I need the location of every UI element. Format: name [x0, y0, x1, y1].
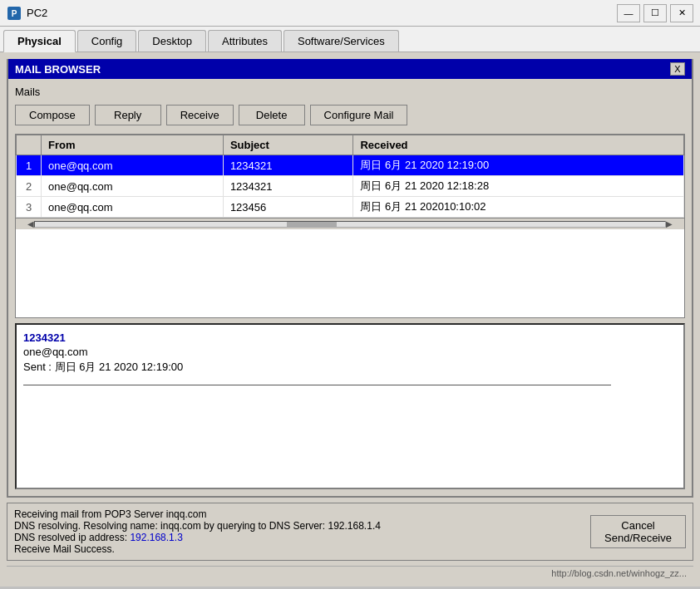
mail-table: From Subject Received 1one@qq.com1234321…	[16, 135, 684, 218]
mail-browser-body: Mails Compose Reply Receive Delete Confi…	[8, 79, 692, 496]
tab-bar: Physical Config Desktop Attributes Softw…	[0, 27, 700, 52]
delete-button[interactable]: Delete	[239, 105, 305, 125]
mail-browser-close-button[interactable]: X	[670, 62, 685, 76]
scroll-right-icon[interactable]: ▶	[666, 219, 673, 228]
restore-button[interactable]: ☐	[643, 4, 667, 22]
tab-physical[interactable]: Physical	[3, 30, 76, 52]
tab-config[interactable]: Config	[77, 30, 137, 52]
scroll-left-icon[interactable]: ◀	[27, 219, 34, 228]
preview-subject: 1234321	[23, 331, 677, 344]
app-icon: P	[7, 6, 22, 21]
status-line2: DNS resolving. Resolving name: inqq.com …	[14, 520, 381, 532]
mail-table-container[interactable]: From Subject Received 1one@qq.com1234321…	[15, 134, 685, 318]
status-bar: Receiving mail from POP3 Server inqq.com…	[7, 503, 693, 561]
cancel-btn-line2: Send/Receive	[604, 532, 672, 544]
row-received: 周日 6月 21 2020 12:19:00	[353, 155, 684, 176]
compose-button[interactable]: Compose	[15, 105, 90, 125]
title-bar-left: P PC2	[7, 6, 47, 21]
minimize-button[interactable]: —	[617, 4, 640, 22]
title-bar: P PC2 — ☐ ✕	[0, 0, 700, 27]
mails-label: Mails	[15, 86, 685, 98]
tab-desktop[interactable]: Desktop	[138, 30, 206, 52]
preview-divider	[23, 385, 611, 385]
status-line3: DNS resolved ip address: 192.168.1.3	[14, 532, 381, 543]
row-from: one@qq.com	[42, 176, 224, 197]
row-from: one@qq.com	[42, 197, 224, 218]
table-row[interactable]: 3one@qq.com123456周日 6月 21 202010:10:02	[17, 197, 684, 218]
status-line4: Receive Mail Success.	[14, 543, 381, 555]
mail-preview-panel: 1234321 one@qq.com Sent : 周日 6月 21 2020 …	[15, 323, 685, 489]
table-row[interactable]: 2one@qq.com1234321周日 6月 21 2020 12:18:28	[17, 176, 684, 197]
row-subject: 1234321	[223, 155, 353, 176]
cancel-send-receive-button[interactable]: Cancel Send/Receive	[590, 515, 686, 548]
table-row[interactable]: 1one@qq.com1234321周日 6月 21 2020 12:19:00	[17, 155, 684, 176]
bottom-hint: http://blog.csdn.net/winhogz_zz...	[7, 566, 693, 580]
col-received: Received	[353, 135, 684, 155]
scrollbar-track[interactable]	[34, 221, 666, 228]
receive-button[interactable]: Receive	[166, 105, 234, 125]
row-received: 周日 6月 21 202010:10:02	[353, 197, 684, 218]
mail-browser-title-label: MAIL BROWSER	[15, 63, 101, 76]
preview-sent: Sent : 周日 6月 21 2020 12:19:00	[23, 360, 677, 375]
status-messages: Receiving mail from POP3 Server inqq.com…	[14, 507, 381, 557]
row-from: one@qq.com	[42, 155, 224, 176]
main-content: MAIL BROWSER X Mails Compose Reply Recei…	[0, 52, 700, 587]
row-num: 2	[17, 176, 42, 197]
col-num	[17, 135, 42, 155]
status-line3-label: DNS resolved ip address:	[14, 532, 130, 543]
mail-browser-panel: MAIL BROWSER X Mails Compose Reply Recei…	[7, 59, 693, 498]
svg-text:P: P	[12, 9, 17, 18]
row-subject: 123456	[223, 197, 353, 218]
tab-attributes[interactable]: Attributes	[208, 30, 282, 52]
col-subject: Subject	[223, 135, 353, 155]
bottom-hint-text: http://blog.csdn.net/winhogz_zz...	[551, 568, 687, 578]
row-received: 周日 6月 21 2020 12:18:28	[353, 176, 684, 197]
preview-from: one@qq.com	[23, 346, 677, 358]
horizontal-scrollbar[interactable]: ◀ ▶	[16, 218, 684, 229]
row-num: 3	[17, 197, 42, 218]
close-button[interactable]: ✕	[670, 4, 693, 22]
cancel-btn-line1: Cancel	[621, 519, 654, 532]
status-line1: Receiving mail from POP3 Server inqq.com	[14, 508, 381, 520]
reply-button[interactable]: Reply	[95, 105, 161, 125]
row-subject: 1234321	[223, 176, 353, 197]
mail-browser-title-bar: MAIL BROWSER X	[8, 59, 692, 79]
mail-toolbar: Compose Reply Receive Delete Configure M…	[15, 105, 685, 125]
tab-software-services[interactable]: Software/Services	[283, 30, 399, 52]
status-line3-ip: 192.168.1.3	[130, 532, 182, 543]
configure-mail-button[interactable]: Configure Mail	[310, 105, 408, 125]
app-title: PC2	[27, 7, 47, 19]
scrollbar-thumb[interactable]	[287, 222, 337, 227]
window-controls: — ☐ ✕	[617, 4, 693, 22]
row-num: 1	[17, 155, 42, 176]
col-from: From	[42, 135, 224, 155]
